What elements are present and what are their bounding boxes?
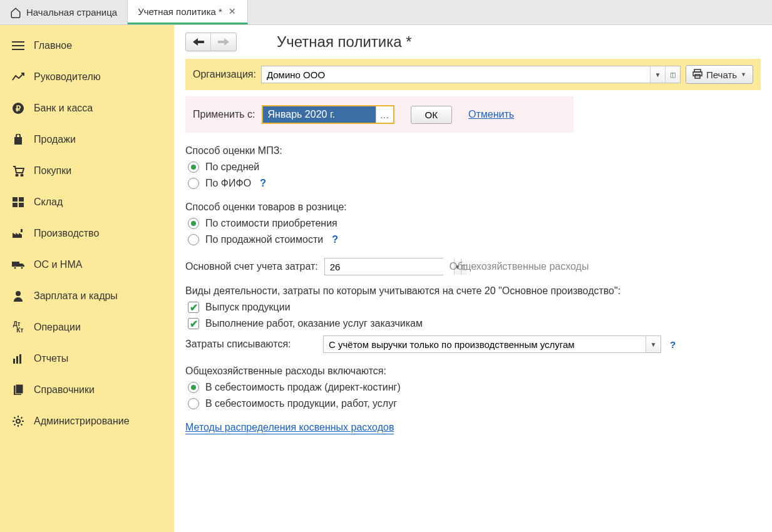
main-content: Учетная политика * Организация: ▼ ◫ Печа… — [174, 25, 772, 532]
help-icon[interactable]: ? — [332, 234, 338, 245]
chevron-down-icon[interactable]: ▼ — [650, 66, 665, 83]
sidebar-item-label: Главное — [34, 40, 72, 51]
sidebar-item-operations[interactable]: Дт Кт Операции — [0, 312, 174, 343]
radio-icon[interactable] — [188, 161, 199, 173]
radio-icon[interactable] — [188, 234, 199, 245]
truck-icon — [11, 258, 25, 272]
apply-date-input[interactable] — [263, 106, 376, 123]
ellipsis-icon[interactable]: … — [376, 106, 393, 123]
svg-rect-20 — [16, 384, 23, 394]
sidebar-item-label: Склад — [34, 197, 63, 208]
chevron-down-icon: ▼ — [741, 71, 746, 78]
svg-rect-17 — [16, 356, 18, 364]
sidebar-item-label: Производство — [34, 228, 99, 239]
close-icon[interactable]: ✕ — [227, 6, 237, 16]
radio-label: По стоимости приобретения — [205, 218, 337, 229]
activities-title: Виды деятельности, затраты по которым уч… — [185, 285, 761, 297]
bag-icon — [11, 133, 25, 146]
svg-rect-2 — [12, 49, 24, 50]
svg-rect-10 — [19, 203, 24, 207]
nav-buttons — [185, 33, 237, 51]
mpz-radio-fifo[interactable]: По ФИФО ? — [185, 178, 761, 189]
back-button[interactable] — [186, 33, 211, 51]
org-label: Организация: — [193, 69, 256, 80]
radio-label: По продажной стоимости — [205, 234, 323, 245]
tab-home-label: Начальная страница — [26, 7, 117, 18]
overhead-radio-include[interactable]: В себестоимость продукции, работ, услуг — [185, 398, 761, 409]
svg-point-5 — [16, 175, 18, 176]
radio-icon[interactable] — [188, 382, 199, 393]
sidebar-item-warehouse[interactable]: Склад — [0, 187, 174, 218]
tab-home[interactable]: Начальная страница — [0, 0, 128, 24]
account-hint: Общехозяйственные расходы — [450, 261, 589, 272]
sidebar-item-label: Отчеты — [34, 353, 68, 364]
page-title: Учетная политика * — [277, 33, 412, 51]
svg-rect-9 — [13, 203, 18, 207]
account-combo[interactable]: ▼ ◫ — [324, 258, 443, 275]
radio-icon[interactable] — [188, 218, 199, 229]
sidebar-item-admin[interactable]: Администрирование — [0, 406, 174, 437]
sidebar-item-bank[interactable]: ₽ Банк и касса — [0, 93, 174, 124]
chevron-down-icon[interactable]: ▼ — [646, 336, 661, 352]
printer-icon — [692, 69, 703, 81]
help-icon[interactable]: ? — [670, 339, 676, 350]
org-input[interactable] — [262, 66, 650, 83]
organization-bar: Организация: ▼ ◫ Печать ▼ — [185, 59, 761, 90]
checkbox-icon[interactable]: ✔ — [188, 318, 199, 329]
writeoff-input[interactable] — [324, 336, 646, 352]
sidebar-item-label: Зарплата и кадры — [34, 290, 118, 302]
methods-link[interactable]: Методы распределения косвенных расходов — [185, 422, 394, 434]
sidebar-item-reports[interactable]: Отчеты — [0, 343, 174, 374]
sidebar-item-label: Продажи — [34, 134, 76, 145]
checkbox-icon[interactable]: ✔ — [188, 302, 199, 313]
overhead-section: Общехозяйственные расходы включаются: В … — [185, 366, 761, 409]
apply-bar: Применить с: … ОК Отменить — [185, 96, 574, 133]
sidebar-item-label: Операции — [34, 322, 81, 333]
retail-radio-cost[interactable]: По стоимости приобретения — [185, 218, 761, 229]
check-label: Выполнение работ, оказание услуг заказчи… — [205, 318, 423, 329]
svg-text:₽: ₽ — [16, 104, 21, 113]
writeoff-combo[interactable]: ▼ — [323, 335, 661, 353]
radio-icon[interactable] — [188, 398, 199, 409]
tab-accounting-policy[interactable]: Учетная политика * ✕ — [128, 0, 248, 24]
retail-section: Способ оценки товаров в рознице: По стои… — [185, 202, 761, 245]
chart-line-icon — [11, 70, 25, 84]
ok-button[interactable]: ОК — [411, 106, 452, 124]
sidebar-item-purchases[interactable]: Покупки — [0, 155, 174, 187]
print-label: Печать — [706, 69, 737, 80]
apply-label: Применить с: — [193, 109, 255, 120]
svg-rect-8 — [19, 197, 24, 202]
svg-rect-16 — [13, 359, 15, 364]
org-combo[interactable]: ▼ ◫ — [261, 66, 681, 83]
apply-date-field[interactable]: … — [262, 105, 394, 124]
mpz-radio-average[interactable]: По средней — [185, 161, 761, 173]
check-services[interactable]: ✔ Выполнение работ, оказание услуг заказ… — [185, 318, 761, 329]
svg-rect-7 — [13, 197, 18, 202]
check-label: Выпуск продукции — [205, 302, 291, 313]
check-output[interactable]: ✔ Выпуск продукции — [185, 302, 761, 313]
grid-icon — [11, 195, 25, 209]
sidebar-item-manager[interactable]: Руководителю — [0, 61, 174, 93]
forward-button[interactable] — [211, 33, 236, 51]
ruble-icon: ₽ — [11, 101, 25, 115]
sidebar-item-salary[interactable]: Зарплата и кадры — [0, 280, 174, 312]
retail-title: Способ оценки товаров в рознице: — [185, 202, 761, 213]
cart-icon — [11, 164, 25, 178]
help-icon[interactable]: ? — [260, 178, 266, 189]
account-input[interactable] — [325, 258, 454, 275]
sidebar-item-sales[interactable]: Продажи — [0, 124, 174, 155]
svg-rect-24 — [695, 74, 700, 78]
retail-radio-sale[interactable]: По продажной стоимости ? — [185, 234, 761, 245]
svg-point-6 — [21, 175, 23, 176]
sidebar-item-directories[interactable]: Справочники — [0, 374, 174, 406]
sidebar-item-assets[interactable]: ОС и НМА — [0, 249, 174, 280]
print-button[interactable]: Печать ▼ — [686, 65, 753, 84]
svg-point-15 — [16, 291, 21, 296]
cancel-link[interactable]: Отменить — [468, 109, 514, 120]
open-dialog-icon[interactable]: ◫ — [665, 66, 680, 83]
overhead-radio-direct[interactable]: В себестоимость продаж (директ-костинг) — [185, 382, 761, 393]
sidebar-item-production[interactable]: Производство — [0, 218, 174, 249]
sidebar-item-main[interactable]: Главное — [0, 30, 174, 61]
svg-rect-23 — [693, 72, 702, 76]
radio-icon[interactable] — [188, 178, 199, 189]
